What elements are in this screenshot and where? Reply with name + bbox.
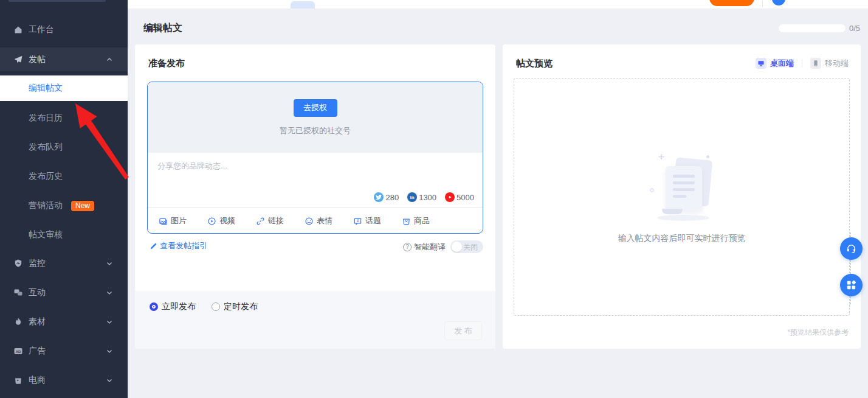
product-tool-button[interactable]: 商品 bbox=[402, 215, 430, 226]
chevron-down-icon bbox=[106, 260, 113, 267]
image-tool-button[interactable]: 图片 bbox=[159, 215, 187, 226]
svg-text:#: # bbox=[357, 218, 359, 223]
monitor-icon bbox=[756, 58, 766, 69]
progress-bar bbox=[779, 24, 846, 32]
tool-label: 图片 bbox=[171, 215, 187, 226]
post-content-input[interactable]: 分享您的品牌动态... 280 in 1300 bbox=[148, 153, 483, 207]
preview-area: + 输入帖文内容后即可实时进行预览 bbox=[514, 78, 850, 316]
link-icon bbox=[256, 217, 265, 226]
sidebar-item-label: 监控 bbox=[29, 258, 46, 269]
link-tool-button[interactable]: 链接 bbox=[256, 215, 284, 226]
tab-label: 移动端 bbox=[825, 58, 849, 69]
composer-toolbar: 图片 视频 链接 表情 # 话题 bbox=[148, 207, 483, 234]
topbar-tab-remnant[interactable] bbox=[291, 1, 315, 9]
sidebar-subitem-marketing-campaign[interactable]: 营销活动 New bbox=[0, 194, 128, 217]
hashtag-icon: # bbox=[353, 217, 362, 226]
new-badge: New bbox=[71, 201, 94, 211]
sidebar-item-post[interactable]: 发帖 bbox=[0, 47, 128, 71]
tool-label: 链接 bbox=[268, 215, 284, 226]
char-counters: 280 in 1300 5000 bbox=[374, 192, 474, 202]
youtube-icon bbox=[445, 192, 455, 202]
sidebar-item-material[interactable]: 素材 bbox=[0, 310, 128, 333]
tool-label: 表情 bbox=[317, 215, 332, 226]
chevron-down-icon bbox=[106, 347, 113, 355]
tab-desktop[interactable]: 桌面端 bbox=[756, 58, 794, 69]
toggle-state-label: 关闭 bbox=[463, 242, 478, 253]
radio-publish-scheduled[interactable]: 定时发布 bbox=[212, 301, 258, 312]
tab-divider bbox=[802, 59, 802, 68]
sidebar-subitem-publish-calendar[interactable]: 发布日历 bbox=[0, 106, 128, 130]
guide-row: 查看发帖指引 ? 智能翻译 关闭 bbox=[147, 240, 483, 254]
sidebar-item-label: 发帖 bbox=[29, 54, 46, 65]
sidebar-subitem-publish-queue[interactable]: 发布队列 bbox=[0, 136, 128, 159]
sidebar-subitem-label: 发布历史 bbox=[29, 171, 63, 182]
publish-button[interactable]: 发 布 bbox=[444, 321, 482, 340]
smart-translate: ? 智能翻译 关闭 bbox=[403, 240, 483, 253]
sidebar-subitem-label: 发布日历 bbox=[29, 113, 63, 124]
empty-state: + 输入帖文内容后即可实时进行预览 bbox=[514, 150, 849, 244]
page-curl bbox=[662, 209, 683, 214]
topbar-orange-button[interactable] bbox=[709, 0, 754, 6]
chat-icon bbox=[13, 288, 23, 298]
chevron-down-icon bbox=[106, 289, 113, 296]
sidebar-item-workbench[interactable]: 工作台 bbox=[0, 18, 128, 41]
youtube-counter: 5000 bbox=[445, 192, 474, 202]
sidebar-item-label: 电商 bbox=[29, 375, 46, 386]
sidebar-item-label: 互动 bbox=[29, 287, 46, 298]
sidebar-item-ads[interactable]: AD 广告 bbox=[0, 340, 128, 363]
no-account-text: 暂无已授权的社交号 bbox=[280, 125, 351, 136]
empty-state-text: 输入帖文内容后即可实时进行预览 bbox=[618, 233, 746, 244]
posting-guide-link[interactable]: 查看发帖指引 bbox=[150, 240, 207, 251]
phone-icon bbox=[810, 58, 821, 69]
front-sheet bbox=[666, 166, 702, 211]
page-header: 编辑帖文 0/5 bbox=[128, 9, 868, 44]
sidebar-subitem-label: 帖文审核 bbox=[29, 229, 63, 240]
home-icon bbox=[13, 25, 23, 35]
video-icon bbox=[207, 217, 216, 226]
twitter-counter: 280 bbox=[374, 192, 399, 202]
compose-box: 去授权 暂无已授权的社交号 分享您的品牌动态... 280 in 1300 bbox=[147, 82, 483, 234]
sidebar-subitem-publish-history[interactable]: 发布历史 bbox=[0, 165, 128, 188]
linkedin-count: 1300 bbox=[419, 193, 436, 202]
question-circle-icon: ? bbox=[403, 243, 412, 251]
sidebar-item-label: 素材 bbox=[29, 316, 46, 327]
radio-label: 定时发布 bbox=[224, 301, 258, 312]
page-title: 编辑帖文 bbox=[143, 22, 182, 35]
hashtag-tool-button[interactable]: # 话题 bbox=[353, 215, 381, 226]
illustration-shadow bbox=[657, 215, 709, 221]
radio-publish-now[interactable]: 立即发布 bbox=[150, 301, 196, 312]
sidebar-item-monitor[interactable]: 监控 bbox=[0, 252, 128, 275]
sidebar-item-interaction[interactable]: 互动 bbox=[0, 281, 128, 304]
video-tool-button[interactable]: 视频 bbox=[207, 215, 235, 226]
plus-decoration: + bbox=[658, 150, 665, 164]
translate-toggle[interactable]: 关闭 bbox=[450, 240, 483, 253]
pen-icon bbox=[150, 242, 157, 250]
publish-footer: 立即发布 定时发布 发 布 bbox=[135, 291, 495, 349]
sidebar-subitem-label: 发布队列 bbox=[29, 142, 63, 153]
sidebar-subitem-edit-post[interactable]: 编辑帖文 bbox=[0, 75, 128, 101]
chevron-down-icon bbox=[106, 377, 113, 384]
sidebar: 工作台 发帖 编辑帖文 发布日历 发布队列 发布历史 营销活动 New 帖文审核… bbox=[0, 0, 128, 398]
sidebar-subitem-post-review[interactable]: 帖文审核 bbox=[0, 223, 128, 246]
emoji-tool-button[interactable]: 表情 bbox=[305, 215, 332, 226]
product-icon bbox=[402, 217, 411, 226]
apps-button[interactable] bbox=[840, 274, 863, 296]
circle-decoration bbox=[650, 188, 654, 192]
progress-text: 0/5 bbox=[849, 24, 860, 33]
radio-label: 立即发布 bbox=[162, 301, 196, 312]
headset-icon bbox=[846, 243, 857, 254]
twitter-icon bbox=[374, 192, 384, 202]
guide-link-label: 查看发帖指引 bbox=[160, 240, 207, 251]
tab-mobile[interactable]: 移动端 bbox=[810, 58, 849, 69]
tool-label: 话题 bbox=[365, 215, 381, 226]
authorize-button[interactable]: 去授权 bbox=[294, 99, 337, 117]
sidebar-item-ecommerce[interactable]: 电商 bbox=[0, 369, 128, 392]
radio-selected-icon bbox=[150, 302, 158, 311]
preview-card: 帖文预览 桌面端 移动端 + bbox=[503, 44, 861, 349]
auth-panel: 去授权 暂无已授权的社交号 bbox=[148, 82, 483, 153]
ad-icon: AD bbox=[13, 346, 23, 356]
shop-bag-icon bbox=[13, 375, 23, 385]
support-button[interactable] bbox=[840, 237, 863, 260]
avatar[interactable] bbox=[772, 0, 785, 5]
topbar-divider bbox=[762, 1, 763, 7]
